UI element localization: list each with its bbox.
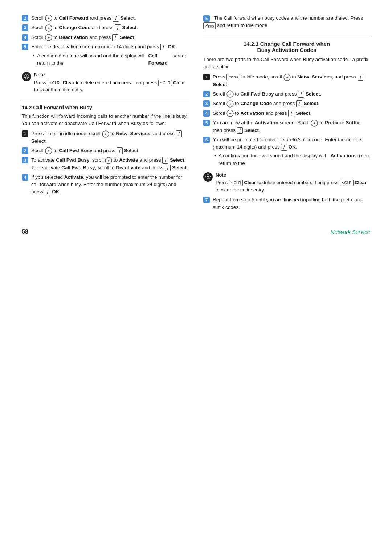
clear-icon-inline-2: ↖CLR <box>229 180 243 186</box>
note-icon: Ⓐ <box>22 72 31 81</box>
li-content: Scroll to Change Code and press ⌊ Select… <box>31 24 189 31</box>
list-item: 4 Scroll to Activation and press ⌊ Selec… <box>203 110 370 117</box>
section-14-2-title: 14.2 Call Forward when Busy <box>22 105 189 110</box>
scroll-icon <box>45 34 52 41</box>
scroll-icon <box>105 157 112 164</box>
clear-icon-inline: ↖CLR <box>48 80 61 86</box>
scroll-icon <box>102 130 109 138</box>
scroll-icon <box>45 15 52 22</box>
num-badge-4: 4 <box>203 110 210 117</box>
section-14-2-1-body: There are two parts to the Call Forward … <box>203 56 370 71</box>
li-content: Scroll to Activation and press ⌊ Select. <box>213 110 370 117</box>
num-badge-2: 2 <box>22 147 28 154</box>
num-badge-3: 3 <box>203 100 210 107</box>
li-content-7: Repeat from step 5 until you are finishe… <box>213 196 370 211</box>
note-box-2: Ⓐ Note Press ↖CLR Clear to delete entere… <box>203 171 370 194</box>
num-badge-1: 1 <box>203 74 210 80</box>
list-item: 5 Enter the deactivation code (maximum 1… <box>22 43 189 68</box>
scroll-icon <box>45 24 52 32</box>
note-box-1: Ⓐ Note Press ↖CLR Clear to delete entere… <box>22 71 189 93</box>
li-content: Press menu in idle mode, scroll to Netw.… <box>213 73 370 88</box>
num-badge-5: 5 <box>203 120 210 126</box>
section-14-2-list: 1 Press menu in idle mode, scroll to Net… <box>22 130 189 196</box>
scroll-icon <box>226 90 234 98</box>
list-item: 2 Scroll to Call Forward and press ⌊ Sel… <box>22 15 189 22</box>
list-item: 3 Scroll to Change Code and press ⌊ Sele… <box>22 24 189 31</box>
menu-icon-inline: menu <box>45 131 58 137</box>
li-content: Scroll to Deactivation and press ⌊ Selec… <box>31 34 189 41</box>
num-badge-2: 2 <box>22 15 28 21</box>
bullet-list: A confirmation tone will sound and the d… <box>31 52 189 67</box>
select-btn: ⌊ <box>117 147 123 154</box>
num-badge-4: 4 <box>22 34 28 41</box>
num-badge-5-right: 5 <box>203 15 210 22</box>
bullet-item: A confirmation tone will sound and the d… <box>31 52 189 67</box>
li-content: Scroll to Change Code and press ⌊ Select… <box>213 100 370 107</box>
scroll-icon <box>45 147 52 154</box>
page-layout: 2 Scroll to Call Forward and press ⌊ Sel… <box>22 15 370 214</box>
li-content: Scroll to Call Fwd Busy and press ⌊ Sele… <box>31 147 189 154</box>
select-btn: ⌊ <box>358 74 364 81</box>
section-14-2-body: This function will forward incoming call… <box>22 113 189 128</box>
list-item: 2 Scroll to Call Fwd Busy and press ⌊ Se… <box>22 147 189 154</box>
clear-icon-inline-2b: ↖CLR <box>340 180 354 186</box>
list-item: 1 Press menu in idle mode, scroll to Net… <box>203 73 370 88</box>
note-title-2: Note <box>216 171 370 179</box>
section-divider-right <box>203 36 370 36</box>
list-item-7: 7 Repeat from step 5 until you are finis… <box>203 196 370 211</box>
item7-list: 7 Repeat from step 5 until you are finis… <box>203 196 370 211</box>
select-btn: ⌊ <box>160 44 167 50</box>
num-badge-4: 4 <box>22 174 28 181</box>
select-btn: ⌊ <box>237 127 243 134</box>
li-content: Enter the deactivation code (maximum 14 … <box>31 43 189 68</box>
select-btn: ⌊ <box>298 91 304 98</box>
note-text-2: Press ↖CLR Clear to delete entered numbe… <box>216 179 370 193</box>
note-icon-2: Ⓐ <box>203 172 213 182</box>
num-badge-6: 6 <box>203 137 210 143</box>
list-item: 6 You will be prompted to enter the pref… <box>203 136 370 169</box>
num-badge-7: 7 <box>203 197 210 203</box>
page-number: 58 <box>22 229 28 235</box>
list-item: 2 Scroll to Call Fwd Busy and press ⌊ Se… <box>203 90 370 98</box>
note-title: Note <box>34 71 189 78</box>
page-section: Network Service <box>331 229 370 235</box>
bullet-list: A confirmation tone will sound and the d… <box>213 152 370 167</box>
item5-text: The Call forward when busy codes and the… <box>203 15 363 28</box>
note-content: Note Press ↖CLR Clear to delete entered … <box>34 71 189 93</box>
scroll-icon <box>226 100 234 108</box>
select-btn: ⌊ <box>45 189 51 195</box>
li-content: To activate Call Fwd Busy, scroll to Act… <box>31 157 189 171</box>
menu-icon-inline: menu <box>226 74 240 80</box>
scroll-icon <box>311 120 318 127</box>
bullet-item: A confirmation tone will sound and the d… <box>213 152 370 167</box>
section-14-2-1-list: 1 Press menu in idle mode, scroll to Net… <box>203 73 370 169</box>
select-btn: ⌊ <box>176 130 182 137</box>
select-btn: ⌊ <box>115 24 121 31</box>
list-item: 3 Scroll to Change Code and press ⌊ Sele… <box>203 100 370 107</box>
end-icon-inline: ✗END <box>203 22 216 29</box>
page-container: 2 Scroll to Call Forward and press ⌊ Sel… <box>22 15 370 235</box>
scroll-icon <box>283 74 291 81</box>
item5-top: 5 The Call forward when busy codes and t… <box>203 15 370 29</box>
num-badge-2: 2 <box>203 91 210 97</box>
li-content: Scroll to Call Forward and press ⌊ Selec… <box>31 15 189 22</box>
section-divider <box>22 100 189 100</box>
continuation-list: 2 Scroll to Call Forward and press ⌊ Sel… <box>22 15 189 68</box>
list-item: 5 You are now at the Activation screen. … <box>203 119 370 134</box>
page-footer: 58 Network Service <box>22 229 370 235</box>
li-content: Scroll to Call Fwd Busy and press ⌊ Sele… <box>213 90 370 98</box>
clear-icon-inline: ↖CLR <box>158 80 172 86</box>
li-content: You will be prompted to enter the prefix… <box>213 136 370 169</box>
list-item: 3 To activate Call Fwd Busy, scroll to A… <box>22 157 189 171</box>
li-content: If you selected Activate, you will be pr… <box>31 174 189 196</box>
select-btn: ⌊ <box>288 110 294 117</box>
right-column: 5 The Call forward when busy codes and t… <box>203 15 370 214</box>
scroll-icon <box>226 110 234 117</box>
num-badge-5: 5 <box>22 44 28 50</box>
list-item: 4 Scroll to Deactivation and press ⌊ Sel… <box>22 34 189 41</box>
note-content-2: Note Press ↖CLR Clear to delete entered … <box>216 171 370 194</box>
select-btn: ⌊ <box>162 157 168 164</box>
select-btn: ⌊ <box>165 165 171 171</box>
select-btn: ⌊ <box>113 15 119 22</box>
select-btn: ⌊ <box>112 34 118 41</box>
